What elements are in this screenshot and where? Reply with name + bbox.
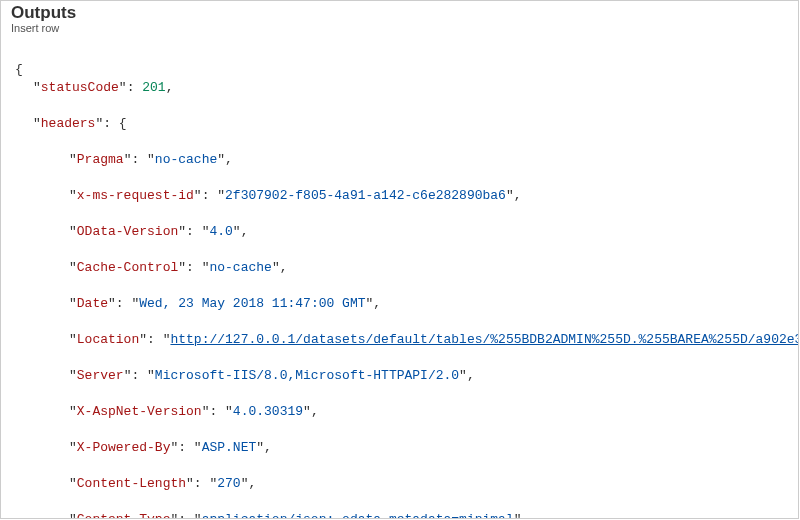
panel-subtitle: Insert row (11, 23, 788, 34)
key-date: Date (77, 296, 108, 311)
val-content-length: 270 (217, 476, 240, 491)
json-output: { "statusCode": 201, "headers": { "Pragm… (1, 37, 798, 519)
key-server: Server (77, 368, 124, 383)
outputs-panel: Outputs Insert row { "statusCode": 201, … (0, 0, 799, 519)
panel-title: Outputs (11, 4, 788, 23)
key-pragma: Pragma (77, 152, 124, 167)
val-pragma: no-cache (155, 152, 217, 167)
val-statusCode: 201 (142, 80, 165, 95)
location-link[interactable]: http://127.0.0.1/datasets/default/tables… (170, 332, 799, 347)
key-location: Location (77, 332, 139, 347)
val-aspnet-version: 4.0.30319 (233, 404, 303, 419)
panel-header: Outputs Insert row (1, 1, 798, 37)
val-odata-version: 4.0 (209, 224, 232, 239)
key-powered-by: X-Powered-By (77, 440, 171, 455)
val-cache-control: no-cache (209, 260, 271, 275)
val-xmsrequestid: 2f307902-f805-4a91-a142-c6e282890ba6 (225, 188, 506, 203)
key-xmsrequestid: x-ms-request-id (77, 188, 194, 203)
key-odata-version: OData-Version (77, 224, 178, 239)
key-content-type: Content-Type (77, 512, 171, 519)
val-server: Microsoft-IIS/8.0,Microsoft-HTTPAPI/2.0 (155, 368, 459, 383)
key-statusCode: statusCode (41, 80, 119, 95)
val-powered-by: ASP.NET (202, 440, 257, 455)
key-aspnet-version: X-AspNet-Version (77, 404, 202, 419)
val-content-type: application/json; odata.metadata=minimal (202, 512, 514, 519)
key-content-length: Content-Length (77, 476, 186, 491)
key-cache-control: Cache-Control (77, 260, 178, 275)
val-date: Wed, 23 May 2018 11:47:00 GMT (139, 296, 365, 311)
key-headers: headers (41, 116, 96, 131)
